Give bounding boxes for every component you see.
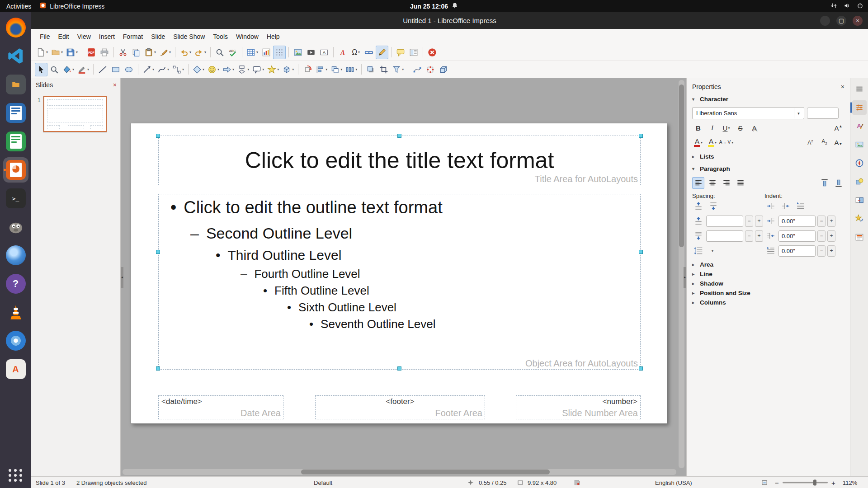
align-left-button[interactable] [692, 177, 704, 189]
dropdown-arrow-icon[interactable]: ▾ [72, 67, 74, 71]
dock-item-libreoffice-writer[interactable] [3, 100, 28, 126]
status-slide-info[interactable]: Slide 1 of 3 [36, 479, 65, 486]
first-line-indent-button[interactable] [794, 200, 807, 212]
insert-audio-video-button[interactable] [305, 46, 317, 59]
menu-window[interactable]: Window [232, 31, 263, 42]
section-line[interactable]: ▸Line [692, 269, 844, 279]
section-paragraph[interactable]: ▾ Paragraph [692, 163, 844, 174]
menu-slide[interactable]: Slide [147, 31, 169, 42]
sidebar-tab-shapes[interactable] [852, 174, 867, 189]
maximize-button[interactable]: ▢ [836, 16, 846, 26]
increment-button[interactable]: + [827, 216, 835, 227]
sidebar-tab-animation[interactable] [852, 211, 867, 226]
sidebar-tab-navigator[interactable] [852, 156, 867, 170]
dropdown-arrow-icon[interactable]: ▾ [256, 50, 258, 54]
increment-button[interactable]: + [755, 216, 763, 227]
cut-button[interactable] [117, 46, 129, 59]
section-character[interactable]: ▾ Character [692, 94, 844, 105]
zoom-slider[interactable] [783, 482, 828, 483]
slide-thumbnail[interactable] [43, 96, 107, 132]
close-master-view-button[interactable] [426, 46, 439, 59]
title-bar[interactable]: Untitled 1 - LibreOffice Impress – ▢ × [31, 12, 868, 29]
outline-level-6[interactable]: •Sixth Outline Level [287, 300, 640, 314]
insert-fontwork-button[interactable]: A [336, 46, 349, 59]
clone-formatting-button[interactable]: ▾ [158, 46, 172, 59]
insert-hyperlink-button[interactable] [363, 46, 375, 59]
connectors-button[interactable]: ▾ [171, 63, 185, 76]
dropdown-arrow-icon[interactable]: ▾ [262, 67, 264, 71]
crop-image-button[interactable] [377, 63, 390, 76]
ellipse-button[interactable] [123, 63, 135, 76]
character-spacing-button[interactable]: A↔V▾ [720, 136, 732, 148]
para-above-button[interactable] [692, 200, 704, 212]
dock-item-browser-blue[interactable] [3, 243, 28, 268]
first-line-indent-field[interactable]: 0.00″ [778, 245, 816, 257]
callout-shapes-button[interactable]: ▾ [251, 63, 265, 76]
dropdown-arrow-icon[interactable]: ▾ [247, 67, 249, 71]
open-button[interactable]: ▾ [50, 46, 64, 59]
date-placeholder[interactable]: <date/time> Date Area [158, 395, 283, 419]
indent-after-button[interactable] [779, 200, 792, 212]
outline-level-1[interactable]: •Click to edit the outline text format [170, 198, 640, 217]
dropdown-arrow-icon[interactable]: ▾ [326, 67, 327, 71]
underline-button[interactable]: U▾ [720, 122, 732, 134]
fill-color-button[interactable]: ▾ [61, 63, 75, 76]
dropdown-arrow-icon[interactable]: ▾ [232, 67, 234, 71]
filter-button[interactable]: ▾ [391, 63, 405, 76]
dock-item-vscode[interactable] [3, 43, 28, 69]
zoom-slider-thumb[interactable] [813, 479, 816, 485]
section-position-and-size[interactable]: ▸Position and Size [692, 288, 844, 298]
indent-after-field[interactable]: 0.00″ [778, 230, 816, 242]
network-icon[interactable] [830, 2, 837, 10]
show-glue-points-button[interactable] [424, 63, 437, 76]
curves-and-polygons-button[interactable]: ▾ [156, 63, 170, 76]
paste-button[interactable]: ▾ [143, 46, 157, 59]
dropdown-arrow-icon[interactable]: ▾ [154, 50, 156, 54]
symbol-shapes-button[interactable]: ▾ [206, 63, 221, 76]
dock-item-terminal[interactable]: >_ [3, 186, 28, 211]
align-right-button[interactable] [720, 177, 732, 189]
dropdown-arrow-icon[interactable]: ▾ [217, 67, 219, 71]
status-position[interactable]: 0.55 / 0.25 [479, 479, 506, 486]
properties-panel-close-icon[interactable]: × [841, 83, 844, 90]
increase-font-size-button[interactable]: A▲ [832, 122, 844, 134]
close-button[interactable]: × [853, 16, 863, 26]
indent-before-field[interactable]: 0.00″ [778, 216, 816, 227]
spelling-button[interactable]: ABC [226, 46, 239, 59]
toggle-extrusion-button[interactable] [437, 63, 450, 76]
dropdown-arrow-icon[interactable]: ▾ [204, 50, 206, 54]
dropdown-arrow-icon[interactable]: ▾ [152, 67, 154, 71]
insert-table-button[interactable]: ▾ [245, 46, 259, 59]
insert-chart-button[interactable] [260, 46, 273, 59]
menu-slide-show[interactable]: Slide Show [169, 31, 209, 42]
line-color-button[interactable]: ▾ [76, 63, 90, 76]
flowchart-shapes-button[interactable]: ▾ [236, 63, 250, 76]
display-views-button[interactable] [407, 46, 420, 59]
align-justify-button[interactable] [734, 177, 746, 189]
dropdown-arrow-icon[interactable]: ▾ [292, 67, 294, 71]
dropdown-arrow-icon[interactable]: ▾ [728, 126, 730, 130]
edit-points-button[interactable] [411, 63, 424, 76]
outline-level-7[interactable]: •Seventh Outline Level [309, 317, 640, 331]
dock-item-chromium[interactable] [3, 328, 28, 353]
status-template[interactable]: Default [314, 479, 332, 486]
stars-and-banners-button[interactable]: ▾ [266, 63, 280, 76]
strikethrough-button[interactable]: S [734, 122, 746, 134]
font-name-combobox[interactable]: Liberation Sans ▾ [692, 107, 804, 119]
volume-icon[interactable] [844, 2, 850, 10]
align-objects-button[interactable]: ▾ [314, 63, 329, 76]
selection-handle[interactable] [639, 134, 643, 138]
menu-insert[interactable]: Insert [95, 31, 119, 42]
copy-button[interactable] [130, 46, 142, 59]
insert-special-character-button[interactable]: Ω▾ [349, 46, 362, 59]
indent-before-button[interactable] [764, 200, 777, 212]
sidebar-tab-properties[interactable] [852, 100, 867, 115]
footer-placeholder[interactable]: <footer> Footer Area [315, 395, 485, 419]
menu-format[interactable]: Format [119, 31, 147, 42]
selection-handle[interactable] [639, 366, 643, 371]
show-draw-functions-button[interactable] [376, 46, 388, 59]
find-and-replace-button[interactable] [213, 46, 226, 59]
italic-button[interactable]: I [706, 122, 718, 134]
selection-handle[interactable] [639, 250, 643, 254]
outline-level-5[interactable]: •Fifth Outline Level [263, 284, 640, 298]
